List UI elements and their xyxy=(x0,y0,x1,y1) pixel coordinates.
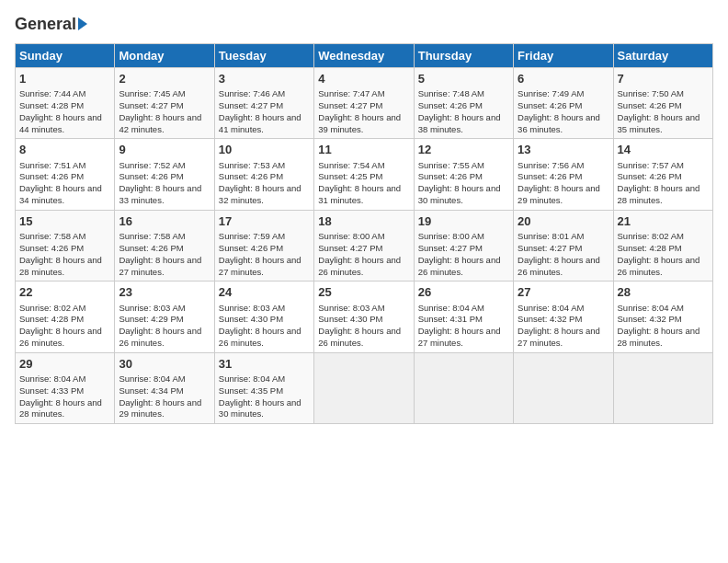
sunset-label: Sunset: 4:26 PM xyxy=(518,100,582,110)
calendar-cell: 30 Sunrise: 8:04 AM Sunset: 4:34 PM Dayl… xyxy=(115,352,214,423)
calendar-cell: 6 Sunrise: 7:49 AM Sunset: 4:26 PM Dayli… xyxy=(514,68,613,139)
header: General xyxy=(15,15,713,34)
calendar-row-3: 22 Sunrise: 8:02 AM Sunset: 4:28 PM Dayl… xyxy=(16,282,713,352)
day-number: 12 xyxy=(418,142,509,158)
daylight-label: Daylight: 8 hours and 28 minutes. xyxy=(618,326,700,348)
sunrise-label: Sunrise: 7:48 AM xyxy=(418,88,484,98)
sunset-label: Sunset: 4:27 PM xyxy=(418,243,483,253)
day-number: 2 xyxy=(119,71,210,87)
day-header-monday: Monday xyxy=(115,44,214,68)
daylight-label: Daylight: 8 hours and 33 minutes. xyxy=(119,183,201,205)
calendar-cell: 7 Sunrise: 7:50 AM Sunset: 4:26 PM Dayli… xyxy=(613,68,712,139)
sunrise-label: Sunrise: 7:56 AM xyxy=(518,160,584,170)
day-number: 24 xyxy=(219,284,310,301)
sunrise-label: Sunrise: 7:59 AM xyxy=(219,231,285,241)
calendar-cell: 5 Sunrise: 7:48 AM Sunset: 4:26 PM Dayli… xyxy=(414,68,513,139)
day-info: Sunrise: 7:53 AM Sunset: 4:26 PM Dayligh… xyxy=(219,160,310,207)
day-info: Sunrise: 8:04 AM Sunset: 4:31 PM Dayligh… xyxy=(418,303,509,350)
sunrise-label: Sunrise: 8:03 AM xyxy=(119,303,185,313)
day-header-saturday: Saturday xyxy=(613,44,712,68)
sunset-label: Sunset: 4:32 PM xyxy=(618,314,682,324)
day-header-tuesday: Tuesday xyxy=(214,44,313,68)
day-info: Sunrise: 7:44 AM Sunset: 4:28 PM Dayligh… xyxy=(19,88,110,135)
calendar-cell: 4 Sunrise: 7:47 AM Sunset: 4:27 PM Dayli… xyxy=(314,68,414,139)
day-number: 7 xyxy=(618,71,709,87)
day-number: 3 xyxy=(219,71,310,87)
day-info: Sunrise: 8:01 AM Sunset: 4:27 PM Dayligh… xyxy=(518,231,609,278)
sunset-label: Sunset: 4:35 PM xyxy=(219,385,283,396)
day-info: Sunrise: 7:45 AM Sunset: 4:27 PM Dayligh… xyxy=(119,88,210,135)
sunrise-label: Sunrise: 7:58 AM xyxy=(119,231,185,241)
day-info: Sunrise: 8:02 AM Sunset: 4:28 PM Dayligh… xyxy=(19,303,110,350)
sunset-label: Sunset: 4:33 PM xyxy=(19,385,84,396)
sunrise-label: Sunrise: 8:04 AM xyxy=(418,303,484,313)
day-info: Sunrise: 8:04 AM Sunset: 4:35 PM Dayligh… xyxy=(219,373,310,420)
day-number: 8 xyxy=(19,142,110,158)
day-number: 17 xyxy=(219,213,310,230)
day-number: 31 xyxy=(219,356,310,373)
calendar-row-1: 8 Sunrise: 7:51 AM Sunset: 4:26 PM Dayli… xyxy=(16,139,713,210)
sunrise-label: Sunrise: 7:51 AM xyxy=(19,160,85,170)
day-number: 28 xyxy=(618,284,709,301)
day-number: 27 xyxy=(518,284,609,301)
daylight-label: Daylight: 8 hours and 26 minutes. xyxy=(318,326,401,348)
daylight-label: Daylight: 8 hours and 41 minutes. xyxy=(219,112,301,134)
day-number: 20 xyxy=(518,213,609,230)
calendar-cell: 17 Sunrise: 7:59 AM Sunset: 4:26 PM Dayl… xyxy=(214,210,313,281)
day-info: Sunrise: 8:04 AM Sunset: 4:34 PM Dayligh… xyxy=(119,373,210,420)
logo: General xyxy=(15,15,87,34)
daylight-label: Daylight: 8 hours and 26 minutes. xyxy=(418,255,501,277)
calendar-cell: 24 Sunrise: 8:03 AM Sunset: 4:30 PM Dayl… xyxy=(214,282,313,352)
calendar-cell: 20 Sunrise: 8:01 AM Sunset: 4:27 PM Dayl… xyxy=(514,210,613,281)
sunrise-label: Sunrise: 7:49 AM xyxy=(518,88,584,98)
day-info: Sunrise: 7:51 AM Sunset: 4:26 PM Dayligh… xyxy=(19,160,110,207)
sunset-label: Sunset: 4:28 PM xyxy=(618,243,682,253)
day-info: Sunrise: 7:48 AM Sunset: 4:26 PM Dayligh… xyxy=(418,88,509,135)
day-number: 14 xyxy=(618,142,709,158)
sunrise-label: Sunrise: 8:02 AM xyxy=(618,231,684,241)
sunset-label: Sunset: 4:26 PM xyxy=(618,171,682,181)
daylight-label: Daylight: 8 hours and 28 minutes. xyxy=(19,397,102,419)
day-info: Sunrise: 7:57 AM Sunset: 4:26 PM Dayligh… xyxy=(618,160,709,207)
daylight-label: Daylight: 8 hours and 26 minutes. xyxy=(318,255,401,277)
sunset-label: Sunset: 4:26 PM xyxy=(618,100,682,110)
day-info: Sunrise: 7:54 AM Sunset: 4:25 PM Dayligh… xyxy=(318,160,409,207)
calendar-cell: 25 Sunrise: 8:03 AM Sunset: 4:30 PM Dayl… xyxy=(314,282,414,352)
sunset-label: Sunset: 4:28 PM xyxy=(19,314,84,324)
day-number: 5 xyxy=(418,71,509,87)
daylight-label: Daylight: 8 hours and 39 minutes. xyxy=(318,112,401,134)
day-info: Sunrise: 7:50 AM Sunset: 4:26 PM Dayligh… xyxy=(618,88,709,135)
day-info: Sunrise: 7:55 AM Sunset: 4:26 PM Dayligh… xyxy=(418,160,509,207)
sunrise-label: Sunrise: 7:54 AM xyxy=(318,160,384,170)
day-number: 18 xyxy=(318,213,409,230)
day-info: Sunrise: 8:04 AM Sunset: 4:32 PM Dayligh… xyxy=(618,303,709,350)
sunset-label: Sunset: 4:26 PM xyxy=(418,171,483,181)
sunrise-label: Sunrise: 7:44 AM xyxy=(19,88,85,98)
calendar-cell: 3 Sunrise: 7:46 AM Sunset: 4:27 PM Dayli… xyxy=(214,68,313,139)
sunset-label: Sunset: 4:27 PM xyxy=(318,100,382,110)
sunset-label: Sunset: 4:30 PM xyxy=(318,314,382,324)
sunset-label: Sunset: 4:27 PM xyxy=(219,100,283,110)
day-info: Sunrise: 7:58 AM Sunset: 4:26 PM Dayligh… xyxy=(19,231,110,278)
day-info: Sunrise: 7:56 AM Sunset: 4:26 PM Dayligh… xyxy=(518,160,609,207)
sunset-label: Sunset: 4:26 PM xyxy=(119,243,183,253)
sunset-label: Sunset: 4:32 PM xyxy=(518,314,582,324)
day-number: 22 xyxy=(19,284,110,301)
calendar-cell: 11 Sunrise: 7:54 AM Sunset: 4:25 PM Dayl… xyxy=(314,139,414,210)
day-info: Sunrise: 8:00 AM Sunset: 4:27 PM Dayligh… xyxy=(418,231,509,278)
calendar-cell: 23 Sunrise: 8:03 AM Sunset: 4:29 PM Dayl… xyxy=(115,282,214,352)
sunset-label: Sunset: 4:26 PM xyxy=(19,243,84,253)
sunrise-label: Sunrise: 8:00 AM xyxy=(418,231,484,241)
sunrise-label: Sunrise: 8:01 AM xyxy=(518,231,584,241)
sunrise-label: Sunrise: 7:55 AM xyxy=(418,160,484,170)
day-info: Sunrise: 8:02 AM Sunset: 4:28 PM Dayligh… xyxy=(618,231,709,278)
calendar-cell: 9 Sunrise: 7:52 AM Sunset: 4:26 PM Dayli… xyxy=(115,139,214,210)
day-info: Sunrise: 8:00 AM Sunset: 4:27 PM Dayligh… xyxy=(318,231,409,278)
day-number: 21 xyxy=(618,213,709,230)
sunrise-label: Sunrise: 7:46 AM xyxy=(219,88,285,98)
day-info: Sunrise: 8:03 AM Sunset: 4:29 PM Dayligh… xyxy=(119,303,210,350)
day-number: 15 xyxy=(19,213,110,230)
calendar-cell: 15 Sunrise: 7:58 AM Sunset: 4:26 PM Dayl… xyxy=(16,210,115,281)
day-number: 23 xyxy=(119,284,210,301)
calendar-cell: 1 Sunrise: 7:44 AM Sunset: 4:28 PM Dayli… xyxy=(16,68,115,139)
